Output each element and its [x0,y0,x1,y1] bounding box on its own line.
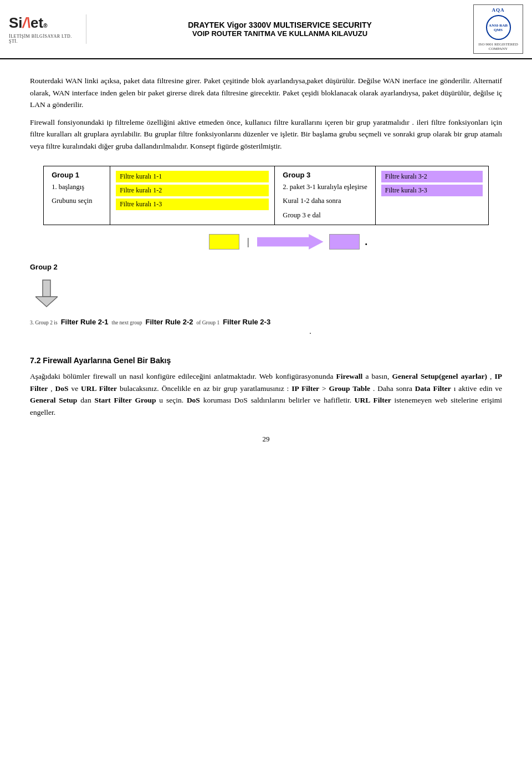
svg-marker-1 [35,297,58,307]
group1-title: Group 1 [52,171,102,179]
group2-section: Group 2 3. Group 2 is Filter Rule 2-1 th… [30,263,502,336]
text-korumasi: koruması DoS saldırılarını belirler ve h… [203,396,351,404]
text-ve: ve [71,384,78,393]
general-setup2-bold: General Setup [30,396,77,404]
text-ip: , [490,372,492,380]
main-title: DRAYTEK Vigor 3300V MULTISERVICE SECURIT… [98,21,462,29]
filter-2-1-label: Filter Rule 2-1 [61,318,109,326]
legend-arrow [257,234,324,250]
document-title: DRAYTEK Vigor 3300V MULTISERVICE SECURIT… [86,21,473,38]
url-filter2-bold: URL Filter [355,396,391,404]
group3-row1: 2. paket 3-1 kuralıyla eşleşirse [283,182,367,192]
start-filter-bold: Start Filter Group [95,396,156,404]
badge-ansi: ANSI-RAB [489,23,508,28]
company-logo: Si/\et® [9,14,48,32]
group-table-bold: Group Table [329,384,370,393]
logo-registered: ® [43,23,47,29]
legend-purple-box [329,234,360,250]
general-setup-bold: General Setup(genel ayarlar) [392,372,487,380]
page-header: Si/\et® İLETİŞİM BİLGİSAYAR LTD. ŞTİ. DR… [0,0,532,59]
arrow-body [257,234,324,250]
label-next-group: the next group [112,320,142,325]
text-a-basin: a basın, [365,372,389,380]
filter-1-2: Filtre kuralı 1-2 [116,185,269,196]
group1-row2: Grubunu seçin [52,196,102,206]
logo-si: Si [9,14,23,32]
filter-rule-row: 3. Group 2 is Filter Rule 2-1 the next g… [30,318,502,326]
group3-cell: Group 3 2. paket 3-1 kuralıyla eşleşirse… [275,166,375,225]
text-aktive: ı aktive edin ve [454,384,502,393]
data-filter-bold: Data Filter [415,384,451,393]
filter-2-2-label: Filter Rule 2-2 [145,318,193,326]
badge-registered: ISO 9001 REGISTERED COMPANY [476,42,520,51]
ip-filter2-bold: IP Filter [291,384,319,393]
badge-circle: ANSI-RAB QMS [486,15,511,40]
dos2-bold: DoS [187,396,200,404]
section-72-heading: 7.2 Firewall Ayarlarına Genel Bir Bakış [30,356,502,365]
filter3-cell: Filtre kuralı 3-2 Filtre kuralı 3-3 [375,166,488,225]
group3-title: Group 3 [283,171,367,179]
logo-check: /\ [23,14,30,32]
filter-3-3: Filtre kuralı 3-3 [381,185,483,196]
certification-badge: AQA ANSI-RAB QMS ISO 9001 REGISTERED COM… [473,4,523,54]
diagram-table: Group 1 1. başlangış Grubunu seçin Filtr… [43,166,489,226]
group2-title: Group 2 [30,263,502,271]
badge-qms: QMS [494,28,503,32]
period: . [119,327,502,336]
main-diagram: Group 1 1. başlangış Grubunu seçin Filtr… [30,166,502,253]
text-bulacaksiniz: bulacaksınız. Öncelikle en az bir grup y… [120,384,289,393]
group1-cell: Group 1 1. başlangış Grubunu seçin [44,166,110,225]
text-u-secin: u seçin. [159,396,183,404]
section-para-text: Aşağıdaki bölümler firewall un nasıl kon… [30,372,333,380]
badge-name: AQA [476,7,520,13]
label-group2-is: 3. Group 2 is [30,320,58,325]
filter-2-3-label: Filter Rule 2-3 [223,318,270,326]
firewall-bold: Firewall [336,372,363,380]
group3-row2: Kural 1-2 daha sonra [283,196,367,206]
dos-bold: DoS [55,384,68,393]
text-dan: dan [80,396,91,404]
company-subtitle: İLETİŞİM BİLGİSAYAR LTD. ŞTİ. [9,34,79,44]
text-daha: . Daha sonra [373,384,412,393]
url-filter-bold: URL Filter [81,384,117,393]
page-number: 29 [30,435,502,444]
paragraph-1: Routerdaki WAN linki açıksa, paket data … [30,75,502,111]
group3-row3: Group 3 e dal [283,211,367,221]
arrow-legend: | . [165,234,367,250]
filter-1-3: Filtre kuralı 1-3 [116,199,269,210]
group1-row1: 1. başlangış [52,182,102,192]
svg-rect-0 [43,280,50,297]
filter-3-2: Filtre kuralı 3-2 [381,171,483,182]
legend-yellow-box [209,234,239,250]
label-of-group: of Group 1 [196,320,219,325]
paragraph-2: Firewall fonsiyonundaki ip filtreleme öz… [30,116,502,152]
page-content: Routerdaki WAN linki açıksa, paket data … [0,59,532,466]
text-gt: > [322,384,329,393]
filter-1-1: Filtre kuralı 1-1 [116,171,269,182]
down-arrow-icon [35,279,58,308]
sub-title: VOIP ROUTER TANITMA VE KULLANMA KILAVUZU [98,29,462,38]
logo-area: Si/\et® İLETİŞİM BİLGİSAYAR LTD. ŞTİ. [9,14,86,44]
section-72-para: Aşağıdaki bölümler firewall un nasıl kon… [30,370,502,418]
logo-net: et [30,14,43,32]
text-dos: , [50,384,52,393]
legend-dot: . [365,236,368,248]
filter1-cell: Filtre kuralı 1-1 Filtre kuralı 1-2 Filt… [110,166,275,225]
